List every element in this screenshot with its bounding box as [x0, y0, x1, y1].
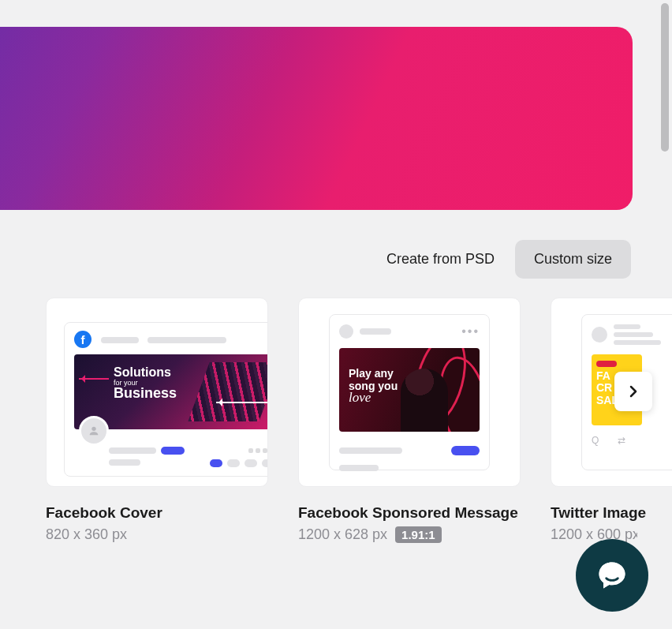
thumbnail-text: Play any song you love	[349, 367, 398, 406]
avatar-icon	[339, 324, 353, 339]
chat-icon	[595, 558, 629, 593]
more-icon: •••	[461, 324, 480, 339]
aspect-ratio-badge: 1.91:1	[395, 526, 442, 543]
thumbnail-image: Solutions for your Business	[74, 354, 268, 429]
thumbnail-footer	[74, 447, 268, 455]
comment-icon: Q	[592, 435, 599, 446]
retweet-icon: ⇄	[618, 435, 625, 446]
arrow-left-icon	[79, 378, 109, 380]
custom-size-button[interactable]: Custom size	[515, 240, 631, 279]
avatar-icon	[79, 416, 109, 446]
thumbnail-preview: Solutions for your Business	[64, 322, 268, 477]
templates-row: Solutions for your Business	[0, 298, 672, 543]
arrow-right-icon	[216, 402, 268, 403]
chevron-right-icon	[629, 385, 637, 398]
placeholder-line	[147, 337, 226, 343]
scrollbar[interactable]	[661, 3, 669, 152]
thumbnail-text: Solutions for your Business	[114, 365, 177, 402]
thumbnail-preview: ••• Play any song you love	[329, 314, 490, 470]
hero-banner	[0, 27, 633, 210]
placeholder-line	[101, 337, 139, 343]
template-title: Facebook Sponsored Message	[298, 504, 521, 522]
template-dimensions: 1200 x 628 px	[298, 526, 387, 543]
template-item-facebook-sponsored: ••• Play any song you love Facebook Spon…	[298, 298, 521, 543]
chat-support-button[interactable]	[576, 539, 648, 612]
avatar-icon	[592, 327, 607, 343]
facebook-icon	[74, 331, 91, 348]
create-from-psd-button[interactable]: Create from PSD	[386, 251, 495, 268]
template-card[interactable]: Solutions for your Business	[46, 298, 268, 487]
template-title: Twitter Image	[551, 504, 661, 522]
template-card[interactable]: FA CR SALE Q ⇄	[551, 298, 672, 487]
action-row: Create from PSD Custom size	[0, 240, 631, 279]
svg-point-0	[91, 427, 95, 431]
thumbnail-image: Play any song you love	[339, 348, 480, 432]
thumbnail-chips	[74, 459, 268, 467]
template-item-twitter-image: FA CR SALE Q ⇄ Twitter Image 1200 x 600 …	[551, 298, 672, 543]
template-title: Facebook Cover	[46, 504, 268, 522]
template-card[interactable]: ••• Play any song you love	[298, 298, 521, 487]
template-item-facebook-cover: Solutions for your Business	[46, 298, 268, 543]
thumbnail-actions: Q ⇄	[592, 435, 672, 446]
template-dimensions: 820 x 360 px	[46, 526, 127, 543]
carousel-next-button[interactable]	[614, 372, 652, 411]
